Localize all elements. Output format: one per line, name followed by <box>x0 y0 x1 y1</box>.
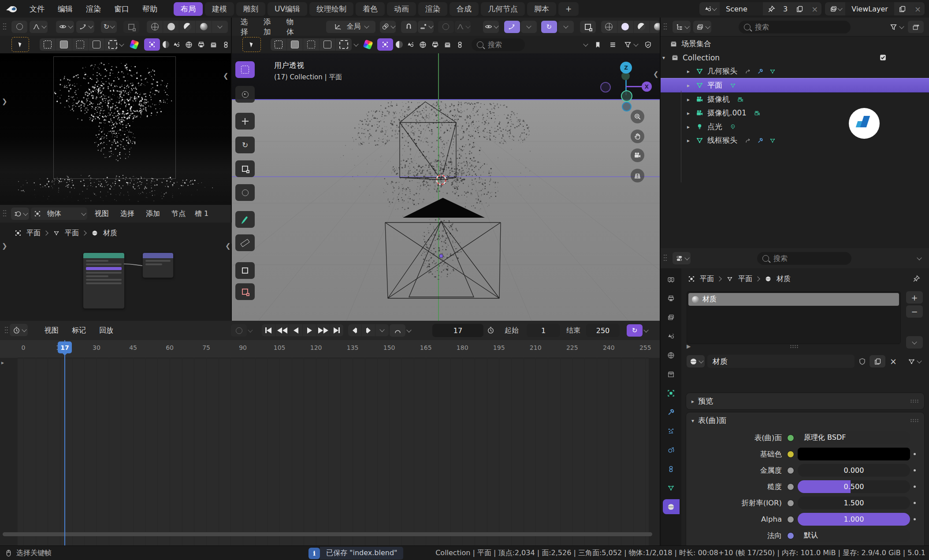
falloff-button[interactable] <box>455 21 471 33</box>
select-visibility-button[interactable] <box>56 21 74 33</box>
copy-viewlayer-icon[interactable] <box>898 4 907 14</box>
search-input[interactable] <box>754 22 809 32</box>
inkdrop-icon[interactable] <box>405 40 415 49</box>
menu-item[interactable]: 渲染 <box>79 3 108 15</box>
properties-tab[interactable] <box>663 386 680 401</box>
tool-rotate[interactable]: ↻ <box>235 137 255 153</box>
select-mode-invert-button[interactable] <box>89 38 104 51</box>
workspace-tab[interactable]: 布局 <box>174 2 203 16</box>
properties-tab[interactable] <box>663 404 680 419</box>
world-icon[interactable] <box>184 40 194 49</box>
tool-select-box[interactable] <box>235 61 255 78</box>
add-slot-button[interactable]: + <box>906 291 923 304</box>
scene-collection-row[interactable]: 场景集合 <box>661 37 929 51</box>
disable-render-icon[interactable] <box>910 81 919 90</box>
shader-type-select[interactable]: 物体 <box>31 208 87 220</box>
editor-type-button[interactable] <box>673 21 691 33</box>
surface-panel[interactable]: ▾表(曲)面 表(曲)面 原理化 BSDF 基础色 <box>686 412 925 545</box>
select-mode-extend-button[interactable] <box>287 38 303 51</box>
menu-item[interactable]: 回放 <box>93 324 120 337</box>
axis-neg-x-handle[interactable] <box>600 82 611 93</box>
preview-panel[interactable]: ▸预览 <box>686 393 925 410</box>
remove-viewlayer-icon[interactable]: × <box>911 2 925 15</box>
display-mode-button[interactable] <box>693 21 711 33</box>
tool-scale[interactable] <box>235 160 255 177</box>
orbit-button[interactable]: ↻ <box>101 21 117 33</box>
select-mode-intersect-button[interactable] <box>336 38 352 51</box>
breadcrumb-item[interactable]: 材质 <box>90 228 117 238</box>
tool-measure[interactable] <box>235 234 255 251</box>
shading-dropdown[interactable] <box>212 21 228 33</box>
breadcrumb-item[interactable]: 平面 <box>687 274 721 284</box>
menu-item[interactable]: 编辑 <box>51 3 79 15</box>
viewport-canvas[interactable]: ↻ 用户透视 (17) Collection | 平面 Z X <box>232 53 660 321</box>
shading-wireframe-button[interactable] <box>147 21 163 33</box>
tool-cursor[interactable] <box>235 86 255 103</box>
drag-handle-icon[interactable] <box>3 209 7 218</box>
node-canvas[interactable] <box>0 244 231 321</box>
search-input[interactable] <box>487 40 520 49</box>
outliner-row[interactable]: ▸ 摄像机.001 <box>661 106 929 120</box>
expand-icon[interactable]: ▸ <box>685 110 691 116</box>
slot-select[interactable]: 槽 1 <box>195 209 208 219</box>
shading-rendered-button[interactable] <box>196 21 212 33</box>
menu-item[interactable]: 文件 <box>23 3 51 15</box>
menu-item[interactable]: 标记 <box>65 324 93 337</box>
select-mode-subtract-button[interactable] <box>72 38 88 51</box>
select-mode-new-button[interactable] <box>271 38 286 51</box>
menu-item[interactable]: 节点 <box>166 208 191 220</box>
falloff-button[interactable] <box>30 21 48 33</box>
bookmark-icon[interactable] <box>593 40 602 49</box>
breadcrumb-item[interactable]: 平面 <box>52 228 86 238</box>
properties-tab[interactable] <box>663 348 680 363</box>
brush-icon[interactable] <box>430 40 440 49</box>
disable-render-icon[interactable] <box>910 136 919 145</box>
workspace-tab[interactable]: 着色 <box>356 2 385 16</box>
menu-item[interactable]: 选择 <box>235 21 258 33</box>
hide-eye-icon[interactable] <box>894 95 903 104</box>
scene-user-count[interactable]: 3 <box>780 2 791 15</box>
workspace-tab[interactable]: 渲染 <box>418 2 447 16</box>
menu-item[interactable]: 添加 <box>140 208 166 220</box>
expand-icon[interactable]: ▸ <box>685 137 691 144</box>
sphere-half-icon[interactable] <box>163 41 169 48</box>
outliner-row[interactable]: ▸ 平面 <box>661 78 929 93</box>
timeline-ruler[interactable]: 0153045607590105120135150165180195210225… <box>0 340 660 358</box>
tool-extrude[interactable] <box>235 283 255 300</box>
hide-eye-icon[interactable] <box>894 122 903 132</box>
viewlayer-selector[interactable]: ViewLayer × <box>825 2 925 15</box>
editor-type-button[interactable] <box>673 252 691 264</box>
unlink-scene-icon[interactable]: × <box>808 2 821 15</box>
material-slot-list[interactable]: 材质 <box>687 291 901 344</box>
properties-tab[interactable] <box>663 291 680 306</box>
collection-icon[interactable] <box>209 40 219 49</box>
checkbox-icon[interactable] <box>878 136 888 145</box>
properties-tab[interactable] <box>663 442 680 457</box>
jump-start-button[interactable] <box>262 324 275 336</box>
tool-annotate[interactable] <box>235 211 255 228</box>
property-field[interactable]: 1.000 <box>798 513 910 526</box>
sphere-half-icon[interactable] <box>396 41 403 48</box>
workspace-tab[interactable]: 雕刻 <box>236 2 265 16</box>
copy-material-button[interactable] <box>870 355 885 367</box>
animate-dot-icon[interactable] <box>910 486 919 488</box>
editor-type-button[interactable] <box>11 208 29 220</box>
outliner-row[interactable]: ▾ Collection <box>661 51 929 64</box>
disable-render-icon[interactable] <box>910 108 919 118</box>
slot-specials-button[interactable] <box>906 336 923 349</box>
disable-render-icon[interactable] <box>910 53 919 63</box>
active-tool-button[interactable] <box>11 37 29 52</box>
breadcrumb-item[interactable]: 材质 <box>763 274 791 284</box>
blender-logo-icon[interactable] <box>5 4 19 14</box>
next-keyframe-button[interactable] <box>316 324 330 336</box>
shading-material-button[interactable] <box>179 21 195 33</box>
select-mode-extend-button[interactable] <box>56 38 72 51</box>
material-name-field[interactable]: 材质 <box>707 355 855 368</box>
pan-hand-button[interactable] <box>631 130 644 143</box>
drag-handle-icon[interactable] <box>3 22 7 31</box>
tool-add-cube[interactable] <box>235 262 255 279</box>
end-frame-field[interactable]: 250 <box>586 324 620 337</box>
play-reverse-button[interactable] <box>289 324 302 336</box>
checkbox-icon[interactable] <box>878 53 888 63</box>
filter-button[interactable] <box>623 40 638 49</box>
